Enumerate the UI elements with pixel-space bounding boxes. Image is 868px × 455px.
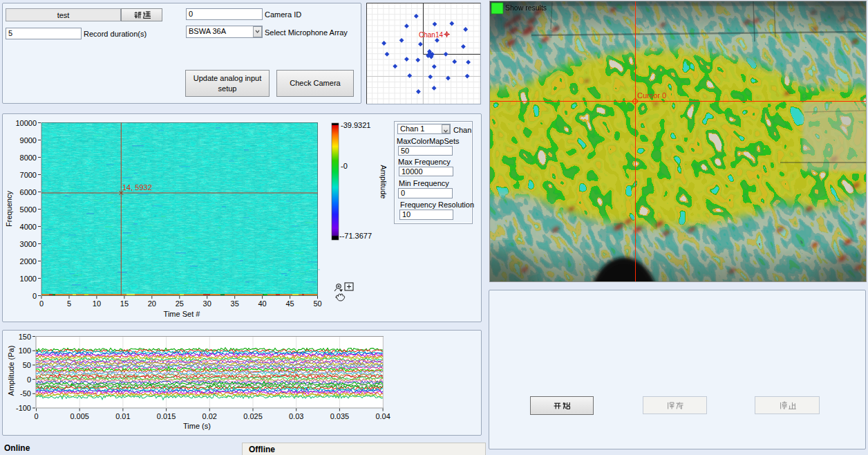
svg-text:0.04: 0.04	[375, 412, 390, 420]
svg-text:--71.3677: --71.3677	[339, 232, 372, 240]
svg-text:-50: -50	[20, 389, 31, 398]
svg-text:35: 35	[231, 299, 239, 308]
svg-text:14, 5932: 14, 5932	[122, 183, 152, 192]
svg-text:0: 0	[34, 412, 38, 420]
svg-text:0.01: 0.01	[115, 412, 130, 420]
svg-text:0.035: 0.035	[330, 412, 350, 420]
svg-text:10: 10	[93, 299, 101, 308]
svg-text:10000: 10000	[15, 119, 37, 127]
svg-text:0.02: 0.02	[202, 412, 217, 420]
svg-text:4000: 4000	[20, 223, 37, 231]
svg-text:0: 0	[39, 299, 44, 308]
svg-text:3000: 3000	[20, 240, 37, 248]
svg-text:Chan14: Chan14	[419, 31, 443, 39]
svg-text:2000: 2000	[20, 257, 37, 266]
svg-text:15: 15	[120, 299, 129, 308]
svg-text:-0: -0	[341, 162, 348, 170]
svg-text:45: 45	[285, 299, 294, 308]
svg-text:1000: 1000	[20, 275, 37, 283]
svg-text:7000: 7000	[20, 171, 37, 179]
svg-text:Amplitude (Pa): Amplitude (Pa)	[7, 346, 15, 396]
svg-text:5: 5	[67, 299, 71, 308]
svg-text:0.005: 0.005	[70, 412, 89, 420]
svg-text:0: 0	[32, 292, 37, 300]
svg-text:6000: 6000	[20, 188, 37, 196]
svg-text:0.03: 0.03	[289, 412, 303, 420]
svg-text:100: 100	[19, 346, 31, 355]
svg-text:25: 25	[176, 299, 184, 308]
svg-text:9000: 9000	[20, 136, 37, 145]
svg-text:0.025: 0.025	[243, 412, 263, 420]
svg-text:Show results: Show results	[505, 3, 547, 12]
svg-text:5000: 5000	[20, 205, 37, 214]
svg-text:50: 50	[313, 299, 321, 308]
svg-text:-39.9321: -39.9321	[341, 121, 370, 129]
svg-text:-100: -100	[16, 404, 31, 412]
svg-text:20: 20	[148, 299, 156, 308]
svg-text:40: 40	[258, 299, 266, 308]
svg-text:30: 30	[203, 299, 211, 308]
svg-text:0.015: 0.015	[157, 412, 176, 420]
svg-text:Time Set #: Time Set #	[164, 310, 201, 318]
svg-text:Cursor 0: Cursor 0	[637, 91, 666, 100]
svg-text:150: 150	[19, 333, 31, 341]
svg-text:Frequency: Frequency	[5, 191, 13, 227]
svg-text:8000: 8000	[20, 154, 37, 162]
svg-text:Time (s): Time (s)	[183, 422, 211, 430]
svg-text:0: 0	[27, 375, 31, 384]
svg-text:50: 50	[23, 361, 31, 369]
svg-text:Amplitude: Amplitude	[379, 165, 388, 199]
